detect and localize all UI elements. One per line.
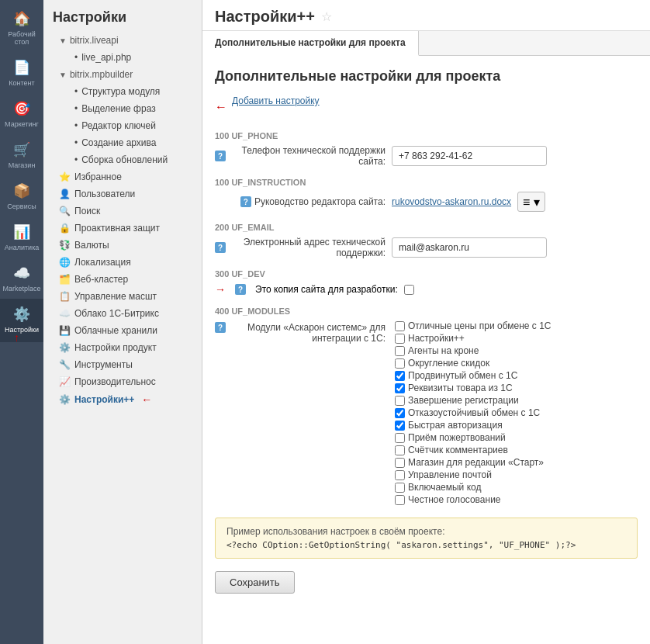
save-button[interactable]: Сохранить (215, 571, 295, 594)
section-heading: Дополнительные настройки для проекта (215, 68, 638, 85)
sidebar-item-desktop[interactable]: 🏠 Рабочий стол (0, 3, 43, 52)
sidebar-item-services[interactable]: 📦 Сервисы (0, 175, 43, 216)
module-item: Быстрая авторизация (395, 420, 551, 431)
module-checkbox[interactable] (395, 371, 405, 381)
desktop-icon: 🏠 (12, 9, 31, 28)
field-row-dev: → ? Это копия сайта для разработки: (215, 283, 638, 296)
settings-icon: ⚙️ (12, 305, 31, 324)
page-title: Настройки++ (215, 8, 315, 26)
sidebar-item-shop[interactable]: 🛒 Магазин (0, 134, 43, 175)
module-checkbox[interactable] (395, 383, 405, 393)
module-checkbox[interactable] (395, 470, 405, 480)
marketplace-icon: ☁️ (12, 264, 31, 282)
tree-item-performance[interactable]: 📈 Производительнос (43, 373, 202, 390)
module-checkbox[interactable] (395, 334, 405, 344)
tree-item-phrases[interactable]: • Выделение фраз (43, 100, 202, 117)
tree-item-updates[interactable]: • Сборка обновлений (43, 151, 202, 168)
cloud-icon: ☁️ (59, 308, 71, 319)
module-item: Включаемый код (395, 482, 551, 493)
tree-item-tools[interactable]: 🔧 Инструменты (43, 356, 202, 373)
tree-item-mpbuilder[interactable]: ▼ bitrix.mpbuilder (43, 66, 202, 83)
tree-item-scaling[interactable]: 📋 Управление масшт (43, 288, 202, 305)
tree-item-product-settings[interactable]: ⚙️ Настройки продукт (43, 339, 202, 356)
file-icon: • (74, 103, 78, 114)
sidebar-item-analytics[interactable]: 📊 Аналитика (0, 216, 43, 258)
module-item: Отказоустойчивый обмен с 1С (395, 407, 551, 418)
tree-item-structure[interactable]: • Структура модуля (43, 83, 202, 100)
module-item: Настройки++ (395, 333, 551, 344)
tree-item-cloudstorage[interactable]: 💾 Облачные хранили (43, 322, 202, 339)
field-group-dev: 300 UF_DEV → ? Это копия сайта для разра… (215, 269, 638, 296)
tree-item-archive[interactable]: • Создание архива (43, 134, 202, 151)
module-item: Управление почтой (395, 469, 551, 480)
add-setting-link[interactable]: Добавить настройку (232, 95, 320, 106)
tree-item-currencies[interactable]: 💱 Валюты (43, 237, 202, 254)
email-input[interactable] (392, 237, 547, 258)
section-label-instruction: 100 UF_INSTRUCTION (215, 178, 638, 187)
module-checkbox[interactable] (395, 433, 405, 443)
help-icon-dev[interactable]: ? (235, 284, 246, 295)
file-icon: • (74, 86, 78, 97)
module-checkbox[interactable] (395, 495, 405, 505)
field-group-email: 200 UF_EMAIL ? Электронный адрес техниче… (215, 223, 638, 258)
module-item: Приём пожертвований (395, 432, 551, 443)
field-group-phone: 100 UF_PHONE ? Телефон технической подде… (215, 131, 638, 167)
search-icon: 🔍 (59, 206, 71, 216)
collapse-icon: ▼ (59, 71, 67, 79)
file-icon: • (74, 52, 78, 63)
module-checkbox[interactable] (395, 445, 405, 455)
field-row-instruction: ? Руководство редактора сайта: rukovodst… (215, 192, 638, 212)
field-row-phone: ? Телефон технической поддержки сайта: (215, 145, 638, 167)
tree-item-keys[interactable]: • Редактор ключей (43, 117, 202, 134)
module-checkbox[interactable] (395, 421, 405, 431)
phone-input[interactable] (392, 146, 547, 166)
page-header: Настройки++ ☆ (202, 0, 650, 31)
module-item: Реквизиты товара из 1С (395, 383, 551, 393)
lock-icon: 🔒 (59, 223, 71, 234)
module-checkbox[interactable] (395, 396, 405, 406)
help-icon-instruction[interactable]: ? (240, 196, 251, 207)
module-checkbox[interactable] (395, 346, 405, 356)
gear-icon: ⚙️ (59, 342, 71, 353)
tree-item-favorites[interactable]: ⭐ Избранное (43, 168, 202, 185)
tree-item-users[interactable]: 👤 Пользователи (43, 185, 202, 203)
tab-additional-settings[interactable]: Дополнительные настройки для проекта (202, 31, 419, 56)
tree-item-webcluster[interactable]: 🗂️ Веб-кластер (43, 271, 202, 288)
collapse-icon: ▼ (59, 36, 67, 45)
cluster-icon: 🗂️ (59, 274, 71, 285)
help-icon-modules[interactable]: ? (215, 322, 226, 333)
tree-item-live-api-php[interactable]: • live_api.php (43, 49, 202, 66)
tree-item-cloud[interactable]: ☁️ Облако 1С-Битрикс (43, 305, 202, 322)
module-checkbox[interactable] (395, 483, 405, 493)
field-desc-email: ? Электронный адрес технической поддержк… (215, 237, 386, 258)
module-checkbox[interactable] (395, 408, 405, 418)
tree-item-search[interactable]: 🔍 Поиск (43, 203, 202, 220)
section-label-modules: 400 UF_MODULES (215, 306, 638, 316)
tree-item-security[interactable]: 🔒 Проактивная защит (43, 220, 202, 237)
module-item: Завершение регистрации (395, 395, 551, 406)
tree-item-localization[interactable]: 🌐 Локализация (43, 254, 202, 271)
help-icon-email[interactable]: ? (215, 242, 226, 253)
dev-checkbox[interactable] (404, 285, 414, 295)
sidebar-item-marketplace[interactable]: ☁️ Marketplace (0, 258, 43, 299)
sidebar-item-content[interactable]: 📄 Контент (0, 52, 43, 93)
tree-item-settings-pp[interactable]: ⚙️ Настройки++ ← (43, 390, 202, 409)
file-link-instruction[interactable]: rukovodstvo-askaron.ru.docx (392, 196, 511, 207)
file-icon: • (74, 154, 78, 165)
module-item: Честное голосование (395, 494, 551, 505)
add-arrow-icon: ← (215, 100, 227, 114)
module-checkbox[interactable] (395, 321, 405, 331)
sidebar-item-marketing[interactable]: 🎯 Маркетинг (0, 93, 43, 134)
favorite-star-icon[interactable]: ☆ (321, 9, 332, 24)
module-checkbox[interactable] (395, 458, 405, 468)
module-item: Отличные цены при обмене с 1С (395, 320, 551, 331)
module-checkbox[interactable] (395, 358, 405, 369)
modules-list: Отличные цены при обмене с 1СНастройки++… (395, 320, 551, 505)
file-menu-button[interactable]: ≡ ▾ (517, 192, 545, 212)
section-label-phone: 100 UF_PHONE (215, 131, 638, 140)
sidebar-item-settings[interactable]: ⚙️ Настройки ↑ (0, 299, 43, 342)
performance-icon: 📈 (59, 376, 71, 387)
modules-desc: ? Модули «Аскарон системс» для интеграци… (215, 320, 386, 344)
tree-item-liveapi[interactable]: ▼ bitrix.liveapi (43, 32, 202, 49)
help-icon-phone[interactable]: ? (215, 151, 226, 161)
